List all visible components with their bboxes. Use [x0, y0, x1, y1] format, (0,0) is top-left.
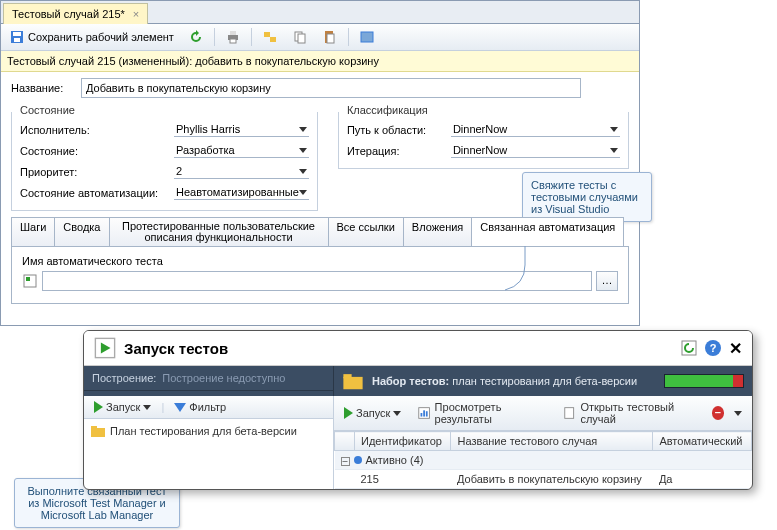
- automation-state-combo[interactable]: Неавтоматизированные: [174, 185, 309, 200]
- save-icon: [9, 29, 25, 45]
- save-label: Сохранить рабочий элемент: [28, 31, 174, 43]
- svg-rect-4: [230, 31, 236, 35]
- play-icon: [344, 407, 353, 419]
- assignee-label: Исполнитель:: [20, 124, 170, 136]
- svg-rect-25: [426, 411, 428, 416]
- view-results-button[interactable]: Просмотреть результаты: [411, 398, 553, 428]
- svg-rect-11: [327, 34, 334, 43]
- more-button[interactable]: [728, 408, 748, 419]
- svg-rect-14: [26, 277, 30, 281]
- paste-icon: [322, 29, 338, 45]
- print-button[interactable]: [221, 27, 245, 47]
- chevron-down-icon: [143, 405, 151, 410]
- save-button[interactable]: Сохранить рабочий элемент: [5, 27, 178, 47]
- help-icon[interactable]: ?: [705, 340, 721, 356]
- cell-id: 215: [355, 470, 451, 489]
- tab-tested-stories[interactable]: Протестированные пользовательские описан…: [109, 217, 329, 246]
- suite-progress: [664, 374, 744, 388]
- chevron-down-icon: [299, 169, 307, 174]
- refresh-button[interactable]: [184, 27, 208, 47]
- state-label: Состояние:: [20, 145, 170, 157]
- document-tab[interactable]: Тестовый случай 215* ×: [3, 3, 148, 24]
- tool4-button[interactable]: [355, 27, 379, 47]
- collapse-icon[interactable]: –: [341, 457, 350, 466]
- iteration-combo[interactable]: DinnerNow: [451, 143, 620, 158]
- col-flag[interactable]: [335, 432, 355, 451]
- link-icon: [262, 29, 278, 45]
- area-combo[interactable]: DinnerNow: [451, 122, 620, 137]
- svg-rect-7: [270, 37, 276, 42]
- suite-label: Набор тестов:: [372, 375, 449, 387]
- automation-state-label: Состояние автоматизации:: [20, 187, 170, 199]
- print-icon: [225, 29, 241, 45]
- refresh-icon: [188, 29, 204, 45]
- copy-icon: [292, 29, 308, 45]
- tab-links[interactable]: Все ссылки: [328, 217, 404, 246]
- build-value: Построение недоступно: [162, 372, 285, 384]
- svg-rect-9: [298, 34, 305, 43]
- block-button[interactable]: –: [712, 406, 724, 420]
- group-row[interactable]: –Активно (4): [335, 451, 752, 470]
- filter-icon: [174, 403, 186, 412]
- browse-button[interactable]: …: [596, 271, 618, 291]
- svg-rect-21: [91, 426, 97, 429]
- open-icon: [563, 405, 577, 421]
- build-label: Построение:: [92, 372, 156, 384]
- chevron-down-icon: [299, 190, 307, 195]
- run-button-right[interactable]: Запуск: [338, 404, 407, 422]
- priority-combo[interactable]: 2: [174, 164, 309, 179]
- folder-icon: [90, 423, 106, 439]
- open-test-case-button[interactable]: Открыть тестовый случай: [557, 398, 703, 428]
- priority-label: Приоритет:: [20, 166, 170, 178]
- close-icon[interactable]: ×: [133, 8, 139, 20]
- tree-plan-item[interactable]: План тестирования для бета-версии: [84, 419, 333, 443]
- col-id[interactable]: Идентификатор: [355, 432, 451, 451]
- tool3-button[interactable]: [318, 27, 342, 47]
- svg-rect-26: [565, 408, 574, 419]
- chevron-down-icon: [299, 148, 307, 153]
- svg-rect-6: [264, 32, 270, 37]
- svg-rect-24: [424, 410, 426, 416]
- assignee-combo[interactable]: Phyllis Harris: [174, 122, 309, 137]
- tab-associated-automation[interactable]: Связанная автоматизация: [471, 217, 624, 246]
- svg-rect-2: [14, 38, 20, 42]
- cell-auto: Да: [653, 470, 752, 489]
- classification-group: Путь к области: DinnerNow Итерация: Dinn…: [338, 112, 629, 169]
- refresh-icon[interactable]: [681, 340, 697, 356]
- run-tests-icon: [94, 337, 116, 359]
- mtm-title: Запуск тестов: [124, 340, 673, 357]
- chevron-down-icon: [299, 127, 307, 132]
- svg-rect-12: [361, 32, 373, 42]
- chevron-down-icon: [734, 411, 742, 416]
- tab-summary[interactable]: Сводка: [54, 217, 109, 246]
- test-icon: [22, 273, 38, 289]
- play-icon: [94, 401, 103, 413]
- svg-rect-23: [421, 413, 423, 417]
- filter-button[interactable]: Фильтр: [168, 398, 232, 416]
- callout-link-tests: Свяжите тесты с тестовыми случаями из Vi…: [522, 172, 652, 222]
- svg-rect-19: [343, 374, 351, 378]
- title-input[interactable]: [81, 78, 581, 98]
- toolbar: Сохранить рабочий элемент: [1, 24, 639, 51]
- tab-steps[interactable]: Шаги: [11, 217, 55, 246]
- close-icon[interactable]: ✕: [729, 339, 742, 358]
- tool1-button[interactable]: [258, 27, 282, 47]
- document-tab-title: Тестовый случай 215*: [12, 8, 125, 20]
- chevron-down-icon: [393, 411, 401, 416]
- chevron-down-icon: [610, 127, 618, 132]
- state-combo[interactable]: Разработка: [174, 143, 309, 158]
- state-group: Исполнитель: Phyllis Harris Состояние: Р…: [11, 112, 318, 211]
- workitem-icon: [359, 29, 375, 45]
- test-grid: Идентификатор Название тестового случая …: [334, 431, 752, 489]
- svg-rect-5: [230, 39, 236, 43]
- col-name[interactable]: Название тестового случая: [451, 432, 653, 451]
- tabs: Шаги Сводка Протестированные пользовател…: [11, 217, 629, 247]
- table-row[interactable]: 215 Добавить в покупательскую корзину Да: [335, 470, 752, 489]
- col-auto[interactable]: Автоматический: [653, 432, 752, 451]
- run-button-left[interactable]: Запуск: [88, 398, 157, 416]
- tab-attachments[interactable]: Вложения: [403, 217, 473, 246]
- svg-rect-20: [91, 428, 105, 437]
- tool2-button[interactable]: [288, 27, 312, 47]
- title-label: Название:: [11, 82, 81, 94]
- svg-rect-18: [343, 377, 362, 389]
